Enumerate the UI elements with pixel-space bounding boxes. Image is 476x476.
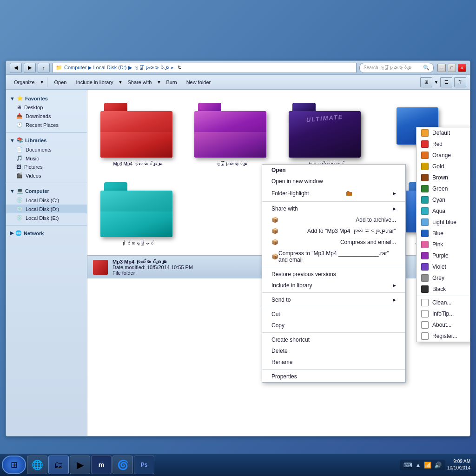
color-gold[interactable]: Gold (416, 161, 470, 172)
ctx-send-to[interactable]: Send to (262, 294, 405, 305)
taskbar-browser2[interactable]: 🌀 (112, 456, 133, 474)
color-red[interactable]: Red (416, 139, 470, 150)
ctx-add-rar-label: Add to "Mp3 Mp4 လုပ်ဆောင်ချများ.rar" (307, 228, 396, 234)
pictures-label: Pictures (24, 164, 43, 170)
ctx-add-archive[interactable]: 📦 Add to archive... (262, 214, 405, 225)
color-label-clean: Clean... (432, 299, 451, 306)
color-violet[interactable]: Violet (416, 261, 470, 272)
forward-button[interactable]: ▶ (24, 63, 36, 73)
color-aqua[interactable]: Aqua (416, 205, 470, 217)
sidebar-item-local-e[interactable]: 💿 Local Disk (E:) (6, 213, 87, 222)
folder-item-purple[interactable]: ကွန်ပြုတာဆော့ဝဲများ (187, 95, 276, 170)
refresh-button[interactable]: ↻ (178, 65, 182, 71)
ctx-create-shortcut[interactable]: Create shortcut (262, 334, 405, 345)
ctx-rename[interactable]: Rename (262, 357, 405, 368)
ctx-cut[interactable]: Cut (262, 309, 405, 320)
back-button[interactable]: ◀ (10, 63, 22, 73)
start-button[interactable]: ⊞ (2, 456, 26, 474)
organize-button[interactable]: Organize (10, 77, 39, 88)
include-in-library-button[interactable]: Include in library (72, 77, 117, 88)
taskbar-explorer[interactable]: 🗂 (48, 456, 69, 474)
color-register[interactable]: Register... (416, 331, 470, 342)
color-green[interactable]: Green (416, 183, 470, 194)
color-dot-clean (421, 299, 429, 306)
sidebar-item-music[interactable]: 🎵 Music (6, 154, 87, 163)
folder-item-dark[interactable]: ULTIMATE ကုမ္ပဏီရောင်းဆောင် (281, 95, 370, 170)
system-clock[interactable]: 9:09 AM 10/10/2014 (447, 458, 470, 471)
taskbar-maxthon[interactable]: m (91, 456, 112, 474)
libraries-header[interactable]: ▼ 📚 Libraries (6, 135, 87, 145)
color-black[interactable]: Black (416, 284, 470, 295)
favorites-expand-icon: ▼ (10, 96, 15, 101)
computer-header[interactable]: ▼ 💻 Computer (6, 186, 87, 196)
downloads-label: Downloads (26, 113, 51, 119)
network-header[interactable]: ▶ 🌐 Network (6, 228, 87, 238)
color-blue[interactable]: Blue (416, 228, 470, 239)
color-about[interactable]: About... (416, 319, 470, 331)
computer-label: Computer (25, 188, 49, 194)
ctx-include-library[interactable]: Include in library (262, 280, 405, 291)
color-light-blue[interactable]: Light blue (416, 217, 470, 228)
ctx-add-rar[interactable]: 📦 Add to "Mp3 Mp4 လုပ်ဆောင်ချများ.rar" (262, 225, 405, 237)
sidebar-item-local-d[interactable]: 💿 Local Disk (D:) (6, 205, 87, 213)
ctx-delete[interactable]: Delete (262, 345, 405, 357)
color-brown[interactable]: Brown (416, 172, 470, 183)
address-bar[interactable]: 📁 Computer ▶ Local Disk (D:) ▶ ကွန်ပြုတာ… (53, 63, 357, 73)
taskbar-ie[interactable]: 🌐 (27, 456, 47, 474)
color-pink[interactable]: Pink (416, 239, 470, 250)
maximize-button[interactable]: □ (448, 64, 456, 72)
view-list-button[interactable]: ☰ (440, 77, 452, 87)
sidebar-item-documents[interactable]: 📄 Documents (6, 145, 87, 154)
taskbar-media[interactable]: ▶ (70, 456, 90, 474)
color-dot-orange (421, 152, 429, 159)
open-button[interactable]: Open (50, 77, 71, 88)
folder-body-red (100, 111, 172, 158)
ctx-open-new-window[interactable]: Open in new window (262, 176, 405, 187)
sidebar-item-recent-places[interactable]: 🕐 Recent Places (6, 120, 87, 129)
sidebar-item-downloads[interactable]: 📥 Downloads (6, 112, 87, 120)
up-button[interactable]: ↑ (38, 63, 50, 73)
tray-up-icon[interactable]: ▲ (415, 462, 421, 469)
new-folder-button[interactable]: New folder (182, 77, 215, 88)
sidebar-item-pictures[interactable]: 🖼 Pictures (6, 163, 87, 171)
ctx-copy[interactable]: Copy (262, 320, 405, 331)
ctx-compress-rar-email[interactable]: 📦 Compress to "Mp3 Mp4 _____________.rar… (262, 248, 405, 265)
content-area: Mp3 Mp4 လုပ်ဆောင်ချများ ကွန်ပြုတာဆော့ဝဲမ… (87, 90, 470, 436)
status-date: Date modified: 10/5/2014 10:55 PM (112, 264, 193, 270)
share-dropdown-icon: ▼ (157, 80, 161, 85)
help-button[interactable]: ? (454, 77, 466, 87)
sidebar-item-local-c[interactable]: 💿 Local Disk (C:) (6, 196, 87, 205)
color-infotip[interactable]: InfoTip... (416, 308, 470, 319)
search-field[interactable]: Search ကွန်ပြုတာဆော့ဝဲများ 🔍 (359, 63, 434, 73)
folder-name-purple: ကွန်ပြုတာဆော့ဝဲများ (215, 161, 248, 166)
ctx-compress-email[interactable]: 📦 Compress and email... (262, 237, 405, 248)
color-label-grey: Grey (432, 275, 444, 281)
folder-item-cyan[interactable]: ဒိုင်ယာမွန်းမြပ် (93, 175, 182, 250)
view-icons-button[interactable]: ⊞ (420, 77, 432, 87)
ctx-restore-previous[interactable]: Restore previous versions (262, 269, 405, 280)
favorites-header[interactable]: ▼ ⭐ Favorites (6, 93, 87, 103)
dropdown-icon: ▼ (40, 80, 44, 85)
ctx-open[interactable]: Open (262, 165, 405, 176)
close-button[interactable]: ✕ (458, 64, 466, 72)
folder-body-purple (194, 111, 266, 158)
explorer-window: ◀ ▶ ↑ 📁 Computer ▶ Local Disk (D:) ▶ ကွန… (6, 60, 470, 436)
color-purple[interactable]: Purple (416, 250, 470, 261)
local-c-label: Local Disk (C:) (26, 198, 59, 203)
minimize-button[interactable]: ─ (437, 64, 446, 72)
ctx-properties[interactable]: Properties (262, 371, 405, 382)
folder-item-red[interactable]: Mp3 Mp4 လုပ်ဆောင်ချများ (93, 95, 182, 170)
color-grey[interactable]: Grey (416, 272, 470, 284)
folder-label-dark: ULTIMATE (288, 112, 361, 125)
color-default[interactable]: Default (416, 127, 470, 139)
sidebar-item-desktop[interactable]: 🖥 Desktop (6, 103, 87, 112)
burn-button[interactable]: Burn (162, 77, 181, 88)
color-orange[interactable]: Orange (416, 150, 470, 161)
share-with-button[interactable]: Share with (124, 77, 156, 88)
taskbar-photoshop[interactable]: Ps (134, 456, 154, 474)
color-cyan[interactable]: Cyan (416, 194, 470, 205)
ctx-share-with[interactable]: Share with (262, 203, 405, 214)
sidebar-item-videos[interactable]: 🎬 Videos (6, 171, 87, 180)
color-clean[interactable]: Clean... (416, 297, 470, 308)
ctx-folder-highlight[interactable]: FolderHighlight 🖿 (262, 187, 405, 200)
